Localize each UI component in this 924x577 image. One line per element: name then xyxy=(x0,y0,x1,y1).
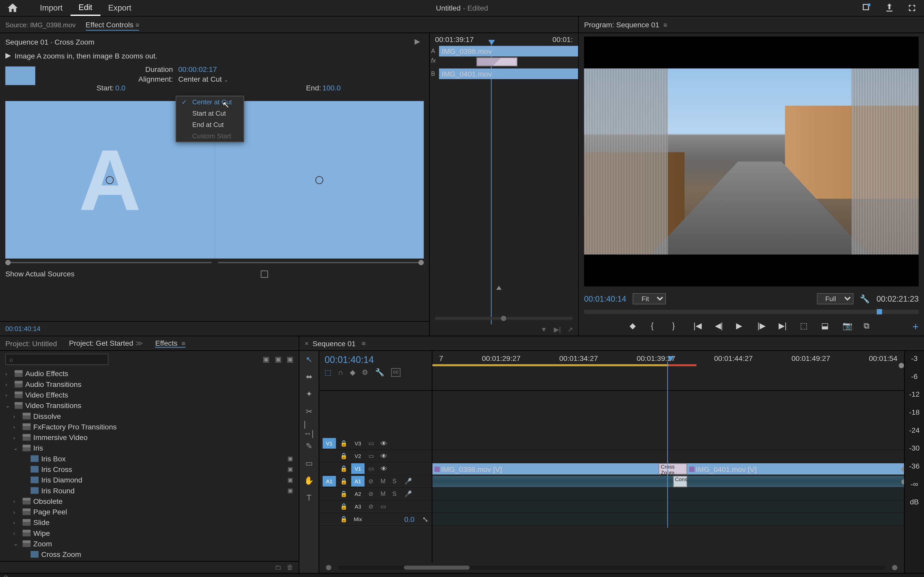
audio-transition-clip[interactable]: Const xyxy=(673,476,687,487)
extract-icon[interactable]: ⬓ xyxy=(821,321,830,330)
go-to-in-icon[interactable]: |◀ xyxy=(693,321,703,330)
clip-a1-b[interactable] xyxy=(687,476,904,487)
tab-import[interactable]: Import xyxy=(32,1,71,15)
source-patch[interactable]: V1 xyxy=(323,438,336,448)
zoom-select[interactable]: Fit xyxy=(633,293,666,305)
tree-item[interactable]: ⌄Zoom xyxy=(0,538,299,549)
share-icon[interactable] xyxy=(884,3,895,13)
tree-item[interactable]: ›Video Effects xyxy=(0,390,299,400)
playhead-icon[interactable] xyxy=(667,356,674,362)
lock-icon[interactable]: 🔒 xyxy=(340,465,347,472)
tab-export[interactable]: Export xyxy=(100,1,139,15)
filter-icon[interactable]: ▼ xyxy=(540,326,547,332)
dropdown-option-center[interactable]: Center at Cut xyxy=(176,96,244,108)
track-header-a1[interactable]: A1 🔒 A1 ⊘ M S 🎤 xyxy=(320,475,432,488)
tree-item[interactable]: ›Obsolete xyxy=(0,496,299,506)
tab-project-getstarted[interactable]: Project: Get Started ≫ xyxy=(69,339,143,348)
comparison-icon[interactable]: ⧉ xyxy=(864,321,873,330)
track-select-tool-icon[interactable]: ⬌ xyxy=(304,371,314,382)
settings-icon[interactable]: ⚙ xyxy=(362,368,368,377)
track-header-mix[interactable]: 🔒 Mix 0.0 ⤡ xyxy=(320,513,432,526)
tree-item[interactable]: ›Immersive Video xyxy=(0,432,299,443)
sync-lock-icon[interactable]: ▭ xyxy=(368,465,376,472)
go-to-out-icon[interactable]: ▶| xyxy=(779,321,788,330)
mini-transition[interactable]: fx xyxy=(439,57,578,68)
linked-selection-icon[interactable]: ∩ xyxy=(338,368,343,377)
panel-menu-icon[interactable]: ≡ xyxy=(135,21,139,28)
lock-icon[interactable]: 🔒 xyxy=(340,516,347,522)
end-slider[interactable] xyxy=(218,262,424,263)
tab-project-untitled[interactable]: Project: Untitled xyxy=(5,339,57,347)
lock-icon[interactable]: 🔒 xyxy=(340,490,347,497)
add-button-icon[interactable]: + xyxy=(913,321,919,333)
program-viewer[interactable] xyxy=(584,37,919,287)
tree-item[interactable]: ›FxFactory Pro Transitions xyxy=(0,421,299,432)
work-area-end-icon[interactable] xyxy=(899,363,904,368)
selection-tool-icon[interactable]: ↖ xyxy=(304,354,314,365)
dropdown-option-start[interactable]: Start at Cut xyxy=(176,108,244,119)
timeline-timecode[interactable]: 00:01:40:14 xyxy=(325,354,426,365)
tree-item[interactable]: ›Page Peel xyxy=(0,506,299,517)
duration-value[interactable]: 00:00:02:17 xyxy=(178,65,217,73)
resolution-select[interactable]: Full xyxy=(817,293,853,305)
slip-tool-icon[interactable]: |↔| xyxy=(304,424,314,434)
transition-clip[interactable]: Cross Zoom xyxy=(659,463,687,474)
center-marker-icon[interactable] xyxy=(315,176,323,184)
razor-tool-icon[interactable]: ✂ xyxy=(304,406,314,417)
tree-item[interactable]: Iris Cross▣ xyxy=(0,464,299,474)
tree-item[interactable]: ›Wipe xyxy=(0,528,299,538)
lock-icon[interactable]: 🔒 xyxy=(340,453,347,459)
close-tab-icon[interactable]: × xyxy=(305,340,309,347)
end-value[interactable]: 100.0 xyxy=(323,84,341,92)
mini-clip-b[interactable]: BIMG_0401.mov xyxy=(439,69,578,79)
voiceover-icon[interactable]: 🎤 xyxy=(404,478,412,485)
mini-scroll[interactable] xyxy=(430,314,578,322)
alignment-dropdown[interactable]: Center at Cut ⌄ xyxy=(178,75,229,83)
track-header-a3[interactable]: 🔒 A3 ⊘ ▭ xyxy=(320,501,432,513)
step-forward-icon[interactable]: |▶ xyxy=(758,321,767,330)
settings-icon[interactable]: 🔧 xyxy=(860,294,870,303)
solo-button[interactable]: S xyxy=(393,478,401,485)
collapse-icon[interactable]: ⤡ xyxy=(422,515,428,524)
clip-a1-a[interactable] xyxy=(432,476,673,487)
track-target[interactable]: V1 xyxy=(351,463,365,474)
mark-out-icon[interactable]: } xyxy=(672,321,682,330)
mute-button[interactable]: M xyxy=(381,490,389,497)
mute-icon[interactable]: ⊘ xyxy=(368,478,376,485)
eye-icon[interactable]: 👁 xyxy=(381,452,387,459)
panel-menu-icon[interactable]: ≡ xyxy=(181,340,185,347)
tree-item[interactable]: Cross Zoom xyxy=(0,549,299,559)
clip-v1-b[interactable]: IMG_0401.mov [V] xyxy=(687,463,904,474)
tree-item[interactable]: ›Slide xyxy=(0,517,299,527)
track-target[interactable]: V3 xyxy=(351,438,365,448)
mark-in-icon[interactable]: { xyxy=(651,321,660,330)
timeline-seq-title[interactable]: Sequence 01 xyxy=(312,339,355,347)
cloud-sync-icon[interactable]: ⟳ xyxy=(3,574,10,577)
source-patch[interactable]: A1 xyxy=(323,476,336,486)
mini-clip-a[interactable]: AIMG_0398.mov xyxy=(439,46,578,56)
program-mini-timeline[interactable] xyxy=(584,309,919,313)
export-frame-icon[interactable]: ↗ xyxy=(567,326,573,332)
sync-lock-icon[interactable]: ▭ xyxy=(368,453,376,459)
mute-button[interactable]: M xyxy=(381,478,389,485)
track-target[interactable]: V2 xyxy=(351,451,365,461)
track-target[interactable]: A3 xyxy=(351,501,365,512)
tree-item[interactable]: ⌄Video Transitions xyxy=(0,400,299,411)
program-timecode[interactable]: 00:01:40:14 xyxy=(584,294,626,303)
tab-effect-controls[interactable]: Effect Controls≡ xyxy=(86,19,139,31)
effects-search-input[interactable] xyxy=(5,353,108,364)
tree-item[interactable]: Iris Diamond▣ xyxy=(0,474,299,485)
step-icon[interactable]: ▶| xyxy=(554,326,561,332)
snap-icon[interactable]: ⬚ xyxy=(325,368,331,377)
type-tool-icon[interactable]: T xyxy=(304,493,314,503)
play-icon[interactable]: ▶ xyxy=(736,321,745,330)
vr-badge-icon[interactable]: ▣ xyxy=(287,355,293,363)
tab-source-clip[interactable]: Source: IMG_0398.mov xyxy=(5,19,76,30)
panel-timecode[interactable]: 00:01:40:14 xyxy=(0,321,429,336)
track-header-v3[interactable]: V1 🔒 V3 ▭ 👁 xyxy=(320,437,432,450)
tree-item[interactable]: ⌄Iris xyxy=(0,443,299,453)
fullscreen-icon[interactable] xyxy=(907,3,917,13)
center-marker-icon[interactable] xyxy=(106,176,114,184)
show-actual-checkbox[interactable] xyxy=(261,270,268,277)
hand-tool-icon[interactable]: ✋ xyxy=(304,475,314,486)
